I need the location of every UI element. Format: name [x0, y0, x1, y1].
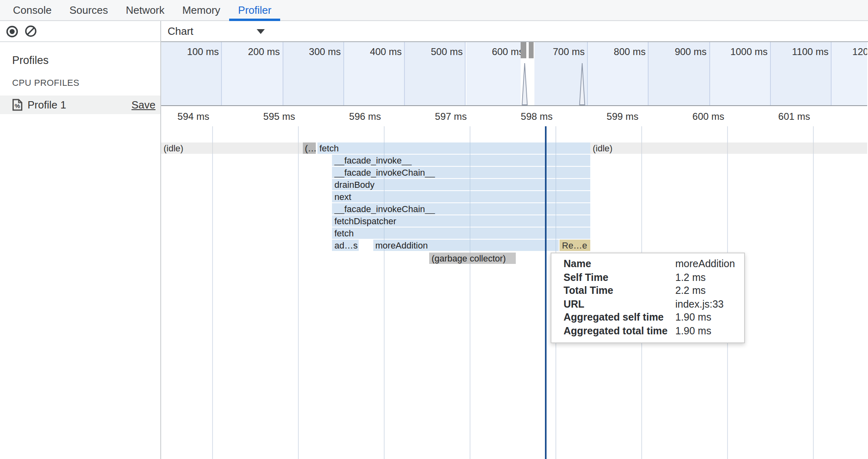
overview-band: 1200 ms	[832, 42, 867, 105]
gridline	[813, 126, 813, 459]
frame-details-tooltip: NamemoreAdditionSelf Time1.2 msTotal Tim…	[551, 253, 745, 343]
tooltip-value: 1.90 ms	[675, 325, 711, 337]
record-icon	[6, 25, 19, 38]
flame-block-gc[interactable]: (garbage collector)	[429, 253, 516, 264]
tooltip-row: Aggregated total time1.90 ms	[551, 324, 744, 338]
profiler-main-panel: Chart 100 ms200 ms300 ms400 ms500 ms600 …	[161, 21, 868, 459]
flame-block-call[interactable]: __facade_invoke__	[332, 155, 590, 166]
flame-block-call[interactable]: fetch	[332, 227, 590, 239]
view-mode-value: Chart	[168, 25, 194, 37]
profile-document-percent-icon: %	[12, 99, 23, 111]
tab-network[interactable]: Network	[117, 0, 173, 20]
tab-sources[interactable]: Sources	[60, 0, 117, 20]
tooltip-label: Name	[564, 259, 675, 270]
gridline	[298, 126, 298, 459]
overview-band: 300 ms	[283, 42, 344, 105]
overview-band: 100 ms	[161, 42, 222, 105]
selection-handle[interactable]	[520, 42, 526, 58]
view-mode-toolbar: Chart	[161, 21, 868, 42]
sidebar-item-profile-1[interactable]: % Profile 1 Save	[0, 96, 160, 114]
flame-chart: 594 ms595 ms596 ms597 ms598 ms599 ms600 …	[161, 106, 867, 459]
tooltip-label: Self Time	[564, 272, 675, 283]
ruler-tick-label: 595 ms	[245, 111, 295, 122]
tab-memory[interactable]: Memory	[173, 0, 229, 20]
cpu-profiles-section-label: CPU PROFILES	[12, 78, 160, 87]
tooltip-row: URLindex.js:33	[551, 298, 744, 311]
flame-block-call[interactable]: ad…s	[332, 240, 359, 251]
tooltip-value: 2.2 ms	[675, 285, 706, 297]
flame-block-call[interactable]: fetch	[317, 142, 590, 154]
tooltip-value: moreAddition	[675, 259, 735, 270]
overview-band: 200 ms	[222, 42, 283, 105]
view-mode-select[interactable]: Chart	[161, 25, 265, 37]
devtools-tab-bar: ConsoleSourcesNetworkMemoryProfiler	[0, 0, 868, 21]
playhead-line	[545, 126, 547, 459]
flame-block-native[interactable]: Re…e	[560, 240, 590, 251]
tab-console[interactable]: Console	[4, 0, 60, 20]
cpu-activity-spike	[579, 63, 585, 106]
svg-text:%: %	[15, 102, 20, 109]
devtools-window: ConsoleSourcesNetworkMemoryProfiler Pro	[0, 0, 868, 459]
overview-band: 1000 ms	[710, 42, 771, 105]
flame-block-idle[interactable]: (idle)	[590, 142, 867, 154]
ruler-tick-label: 599 ms	[588, 111, 638, 122]
overview-band: 600 ms	[466, 42, 527, 105]
tooltip-row: Self Time1.2 ms	[551, 271, 744, 284]
profiles-sidebar: Profiles CPU PROFILES % Profile 1 Save	[0, 21, 161, 459]
profile-name: Profile 1	[28, 99, 132, 111]
tooltip-row: NamemoreAddition	[551, 257, 744, 271]
flame-block-call[interactable]: moreAddition	[373, 240, 559, 251]
ruler-tick-label: 601 ms	[760, 111, 810, 122]
tooltip-value: index.js:33	[675, 299, 724, 310]
tooltip-row: Total Time2.2 ms	[551, 284, 744, 298]
tooltip-label: Aggregated self time	[564, 312, 675, 323]
overview-band: 800 ms	[588, 42, 649, 105]
flame-block-idle[interactable]: (idle)	[161, 142, 302, 154]
tooltip-label: URL	[564, 299, 675, 310]
profiler-toolbar	[0, 21, 160, 42]
overview-band: 500 ms	[405, 42, 466, 105]
tooltip-value: 1.90 ms	[675, 312, 711, 323]
timeline-overview[interactable]: 100 ms200 ms300 ms400 ms500 ms600 ms700 …	[161, 42, 867, 106]
flame-block-call[interactable]: __facade_invokeChain__	[332, 167, 590, 178]
flame-block-call[interactable]: __facade_invokeChain__	[332, 203, 590, 215]
cpu-activity-spike	[521, 63, 528, 106]
flame-block-call[interactable]: drainBody	[332, 179, 590, 190]
overview-band: 400 ms	[344, 42, 405, 105]
ruler-tick-label: 594 ms	[161, 111, 209, 122]
gridline	[212, 126, 213, 459]
tooltip-value: 1.2 ms	[675, 272, 706, 283]
record-profile-button[interactable]	[6, 25, 19, 38]
overview-band: 900 ms	[649, 42, 710, 105]
ruler-tick-label: 600 ms	[674, 111, 724, 122]
chevron-down-icon	[257, 29, 265, 34]
tooltip-label: Total Time	[564, 285, 675, 297]
clear-icon	[24, 24, 37, 38]
clear-profiles-button[interactable]	[24, 25, 37, 38]
tab-profiler[interactable]: Profiler	[229, 0, 280, 20]
save-profile-link[interactable]: Save	[132, 99, 155, 111]
selection-handle[interactable]	[529, 42, 534, 58]
flame-block-call[interactable]: fetchDispatcher	[332, 215, 590, 227]
tooltip-row: Aggregated self time1.90 ms	[551, 311, 744, 324]
flame-block-collapsed[interactable]: (…	[302, 142, 316, 154]
tooltip-label: Aggregated total time	[564, 325, 675, 337]
ruler-tick-label: 597 ms	[417, 111, 467, 122]
overview-band: 1100 ms	[771, 42, 832, 105]
ruler-tick-label: 598 ms	[502, 111, 553, 122]
flame-block-call[interactable]: next	[332, 191, 590, 202]
profiles-heading: Profiles	[12, 54, 160, 66]
ruler-tick-label: 596 ms	[331, 111, 381, 122]
